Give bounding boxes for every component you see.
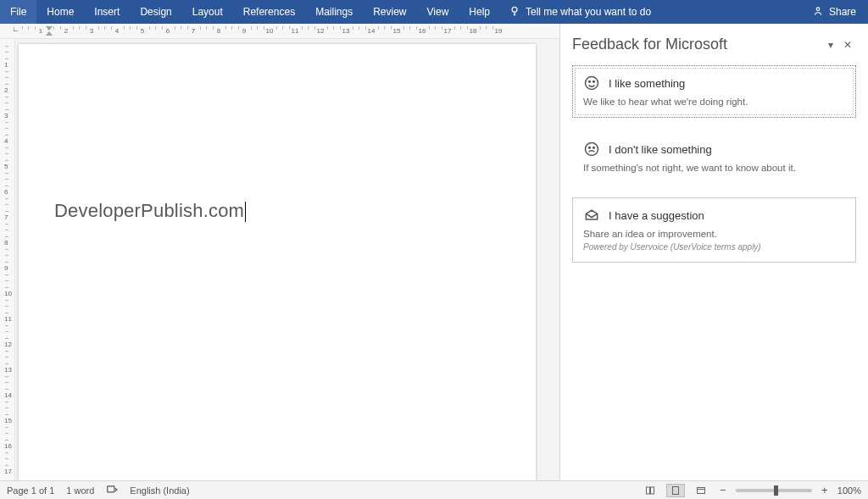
feedback-dislike-title: I don't like something [609, 143, 712, 156]
feedback-suggestion-title: I have a suggestion [609, 209, 704, 222]
tab-view[interactable]: View [417, 0, 459, 24]
zoom-out-button[interactable]: − [717, 484, 729, 496]
zoom-slider[interactable] [736, 489, 812, 492]
lightbulb-icon [509, 5, 520, 19]
view-read-mode[interactable] [641, 484, 659, 497]
feedback-pane: Feedback for Microsoft ▾ ✕ I like someth… [559, 24, 868, 480]
ribbon: File Home Insert Design Layout Reference… [0, 0, 868, 24]
feedback-suggestion-card[interactable]: I have a suggestion Share an idea or imp… [572, 197, 856, 263]
feedback-like-desc: We like to hear what we're doing right. [583, 97, 845, 107]
tab-mailings[interactable]: Mailings [305, 0, 363, 24]
svg-point-2 [586, 77, 598, 90]
tell-me-placeholder: Tell me what you want to do [526, 6, 651, 18]
feedback-suggestion-desc: Share an idea or improvement. [583, 229, 845, 239]
svg-point-1 [816, 7, 820, 9]
tab-design[interactable]: Design [130, 0, 181, 24]
svg-rect-9 [646, 487, 649, 494]
status-right: − + 100% [641, 484, 861, 497]
document-area: ∟ 12345678910111213141516171819 12345678… [0, 24, 559, 480]
smile-icon [583, 75, 600, 91]
view-print-layout[interactable] [666, 484, 685, 497]
text-cursor [245, 202, 246, 222]
tab-help[interactable]: Help [459, 0, 500, 24]
frown-icon [583, 141, 600, 158]
svg-point-5 [586, 143, 598, 156]
horizontal-ruler[interactable]: ∟ 12345678910111213141516171819 [0, 24, 559, 39]
zoom-slider-thumb[interactable] [774, 485, 778, 496]
page[interactable]: DeveloperPublish.com [19, 44, 536, 480]
feedback-dislike-card[interactable]: I don't like something If something's no… [572, 131, 856, 184]
tab-insert[interactable]: Insert [84, 0, 130, 24]
tab-review[interactable]: Review [363, 0, 416, 24]
pane-header: Feedback for Microsoft ▾ ✕ [572, 36, 856, 53]
pane-close-button[interactable]: ✕ [839, 36, 856, 53]
tab-home[interactable]: Home [36, 0, 84, 24]
status-bar: Page 1 of 1 1 word English (India) − + 1… [0, 480, 868, 499]
zoom-percent[interactable]: 100% [837, 485, 861, 496]
document-text[interactable]: DeveloperPublish.com [54, 200, 246, 222]
share-label: Share [829, 6, 856, 18]
feedback-suggestion-note: Powered by Uservoice (UserVoice terms ap… [583, 242, 845, 252]
tab-references[interactable]: References [233, 0, 305, 24]
tab-file[interactable]: File [0, 0, 36, 24]
feedback-like-title: I like something [609, 77, 685, 90]
svg-rect-12 [697, 487, 704, 493]
workspace: ∟ 12345678910111213141516171819 12345678… [0, 24, 868, 480]
vertical-ruler[interactable]: 1234567891011121314151617 [0, 39, 15, 480]
share-icon [812, 5, 824, 19]
pane-title: Feedback for Microsoft [572, 36, 822, 53]
svg-rect-10 [650, 487, 654, 494]
feedback-dislike-desc: If something's not right, we want to kno… [583, 163, 845, 173]
svg-point-6 [589, 147, 591, 149]
status-page[interactable]: Page 1 of 1 [7, 485, 54, 496]
svg-point-7 [593, 147, 595, 149]
page-scroll-area[interactable]: DeveloperPublish.com [15, 39, 559, 480]
feedback-like-card[interactable]: I like something We like to hear what we… [572, 65, 856, 118]
document-canvas: 1234567891011121314151617 DeveloperPubli… [0, 39, 559, 480]
document-content: DeveloperPublish.com [54, 200, 244, 221]
tab-layout[interactable]: Layout [182, 0, 233, 24]
spellcheck-icon[interactable] [106, 484, 118, 497]
zoom-in-button[interactable]: + [819, 484, 831, 496]
status-word-count[interactable]: 1 word [66, 485, 94, 496]
share-button[interactable]: Share [800, 0, 868, 24]
status-language[interactable]: English (India) [130, 485, 189, 496]
svg-point-0 [512, 7, 517, 12]
pane-options-button[interactable]: ▾ [822, 36, 839, 53]
tell-me-search[interactable]: Tell me what you want to do [500, 0, 659, 24]
ribbon-spacer [659, 0, 800, 24]
mailbox-icon [583, 207, 600, 224]
svg-rect-8 [108, 485, 114, 491]
view-web-layout[interactable] [692, 484, 710, 497]
svg-point-4 [593, 81, 595, 83]
svg-point-3 [589, 81, 591, 83]
svg-rect-11 [672, 486, 678, 494]
